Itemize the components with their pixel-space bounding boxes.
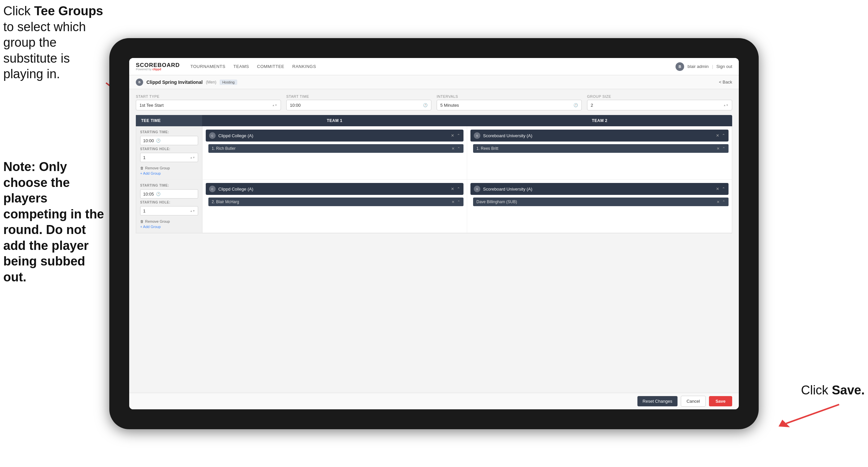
footer-bar: Reset Changes Cancel Save [129, 393, 739, 409]
main-content: Start Type 1st Tee Start ▲▼ Start Time 1… [129, 89, 739, 393]
group1-add-button[interactable]: + Add Group [140, 171, 198, 175]
group2-time-input[interactable]: 10:05 🕐 [140, 189, 198, 199]
group2-player1-entry[interactable]: 2. Blair McHarg ✕ ⌃ [208, 198, 464, 206]
settings-row: Start Type 1st Tee Start ▲▼ Start Time 1… [136, 94, 732, 110]
hosting-badge: Hosting [220, 80, 237, 85]
nav-tournaments[interactable]: TOURNAMENTS [190, 63, 226, 70]
user-avatar: B [676, 62, 684, 71]
start-time-input[interactable]: 10:00 🕐 [286, 100, 431, 110]
group1-team1-name: Clippd College (A) [218, 133, 448, 138]
group2-player1-name: 2. Blair McHarg [212, 200, 449, 204]
intervals-group: Intervals 5 Minutes 🕐 [437, 94, 582, 110]
group2-team2-entry[interactable]: S Scoreboard University (A) ✕ ⌃ [470, 183, 728, 195]
svg-marker-3 [779, 419, 790, 427]
group2-add-button[interactable]: + Add Group [140, 225, 198, 229]
group1-team2-avatar: S [474, 132, 480, 139]
group1-actions: 🗑 Remove Group + Add Group [140, 166, 198, 175]
group1-left: STARTING TIME: 10:00 🕐 STARTING HOLE: 1 … [136, 126, 203, 179]
group1-player1-entry[interactable]: 1. Rich Butler ✕ ⌃ [208, 144, 464, 153]
group2-starting-time-label: STARTING TIME: [140, 184, 198, 187]
group1-starting-hole-label: STARTING HOLE: [140, 147, 198, 151]
table-row: STARTING TIME: 10:00 🕐 STARTING HOLE: 1 … [136, 126, 732, 180]
group1-starting-time-label: STARTING TIME: [140, 130, 198, 134]
start-time-group: Start Time 10:00 🕐 [286, 94, 431, 110]
reset-changes-button[interactable]: Reset Changes [638, 396, 678, 406]
table-row: STARTING TIME: 10:05 🕐 STARTING HOLE: 1 … [136, 180, 732, 233]
group1-hole-input[interactable]: 1 ▲▼ [140, 153, 198, 162]
group1-team2-cell: S Scoreboard University (A) ✕ ⌃ 1. Rees … [467, 126, 732, 179]
nav-rankings[interactable]: RANKINGS [292, 63, 316, 70]
tournament-avatar: B [136, 79, 143, 86]
group1-team2-controls: ✕ ⌃ [716, 133, 725, 138]
note-text: Note: Only choose the players competing … [3, 159, 109, 285]
start-type-label: Start Type [136, 94, 281, 98]
tournament-name: Clippd Spring Invitational [147, 80, 203, 85]
group1-player1-name: 1. Rich Butler [212, 146, 449, 151]
cancel-button[interactable]: Cancel [681, 396, 705, 407]
team1-header: Team 1 [202, 115, 467, 126]
group2-team1-name: Clippd College (A) [218, 186, 448, 192]
save-arrow [769, 401, 841, 427]
group1-team2-entry[interactable]: S Scoreboard University (A) ✕ ⌃ [470, 129, 728, 142]
click-save-label: Click Save. [801, 383, 865, 398]
sub-header: B Clippd Spring Invitational (Men) Hosti… [129, 75, 739, 89]
nav-teams[interactable]: TEAMS [233, 63, 249, 70]
logo: SCOREBOARD Powered by clippd [136, 62, 180, 71]
group2-actions: 🗑 Remove Group + Add Group [140, 220, 198, 229]
start-type-group: Start Type 1st Tee Start ▲▼ [136, 94, 281, 110]
group-size-input[interactable]: 2 ▲▼ [587, 100, 732, 110]
sign-out-link[interactable]: Sign out [716, 64, 732, 69]
group2-team2-cell: S Scoreboard University (A) ✕ ⌃ Dave Bil… [467, 180, 732, 233]
start-time-label: Start Time [286, 94, 431, 98]
group1-team2-name: Scoreboard University (A) [483, 133, 713, 138]
tablet-screen: SCOREBOARD Powered by clippd TOURNAMENTS… [129, 58, 739, 409]
nav-committee[interactable]: COMMITTEE [257, 63, 285, 70]
group2-team2-name: Scoreboard University (A) [483, 186, 713, 192]
group2-team1-cell: C Clippd College (A) ✕ ⌃ 2. Blair McHarg… [203, 180, 467, 233]
group1-team1-entry[interactable]: C Clippd College (A) ✕ ⌃ [206, 129, 464, 142]
navbar: SCOREBOARD Powered by clippd TOURNAMENTS… [129, 58, 739, 75]
group2-team2-controls: ✕ ⌃ [716, 186, 725, 191]
group2-player2-name: Dave Billingham (SUB) [476, 200, 714, 204]
nav-items: TOURNAMENTS TEAMS COMMITTEE RANKINGS [190, 63, 316, 70]
tablet-shell: SCOREBOARD Powered by clippd TOURNAMENTS… [109, 38, 759, 429]
logo-scoreboard-text: SCOREBOARD [136, 62, 180, 68]
save-button[interactable]: Save [709, 396, 732, 406]
group1-remove-button[interactable]: 🗑 Remove Group [140, 166, 198, 170]
group1-time-input[interactable]: 10:00 🕐 [140, 136, 198, 145]
group1-team1-avatar: C [209, 132, 216, 139]
instruction-text: Click Tee Groups to select which group t… [3, 3, 106, 82]
svg-line-2 [786, 404, 839, 423]
tee-time-header: Tee Time [136, 115, 202, 126]
group2-team2-avatar: S [474, 185, 480, 192]
group1-team1-cell: C Clippd College (A) ✕ ⌃ 1. Rich Butler … [203, 126, 467, 179]
intervals-label: Intervals [437, 94, 582, 98]
group2-team1-avatar: C [209, 185, 216, 192]
table-header: Tee Time Team 1 Team 2 [136, 115, 732, 126]
group2-starting-hole-label: STARTING HOLE: [140, 201, 198, 204]
group-size-label: Group Size [587, 94, 732, 98]
start-type-input[interactable]: 1st Tee Start ▲▼ [136, 100, 281, 110]
group2-team1-controls: ✕ ⌃ [451, 186, 460, 191]
nav-right: B blair admin | Sign out [676, 62, 732, 71]
group2-team1-entry[interactable]: C Clippd College (A) ✕ ⌃ [206, 183, 464, 195]
group1-player2-entry[interactable]: 1. Rees Britt ✕ ⌃ [473, 144, 728, 153]
group-size-group: Group Size 2 ▲▼ [587, 94, 732, 110]
tournament-gender: (Men) [206, 80, 216, 85]
group2-left: STARTING TIME: 10:05 🕐 STARTING HOLE: 1 … [136, 180, 203, 233]
intervals-input[interactable]: 5 Minutes 🕐 [437, 100, 582, 110]
group2-remove-button[interactable]: 🗑 Remove Group [140, 220, 198, 224]
user-name: blair admin [687, 64, 709, 69]
logo-powered-text: Powered by clippd [136, 68, 180, 71]
team2-header: Team 2 [467, 115, 732, 126]
sub-header-left: B Clippd Spring Invitational (Men) Hosti… [136, 79, 237, 86]
back-button[interactable]: < Back [719, 80, 732, 85]
group1-team1-controls: ✕ ⌃ [451, 133, 460, 138]
group1-player2-name: 1. Rees Britt [476, 146, 714, 151]
group2-player2-entry[interactable]: Dave Billingham (SUB) ✕ ⌃ [473, 198, 728, 206]
groups-area: STARTING TIME: 10:00 🕐 STARTING HOLE: 1 … [136, 126, 732, 233]
tee-groups-bold: Tee Groups [34, 4, 103, 18]
group2-hole-input[interactable]: 1 ▲▼ [140, 206, 198, 215]
logo-brand: clippd [152, 68, 161, 71]
